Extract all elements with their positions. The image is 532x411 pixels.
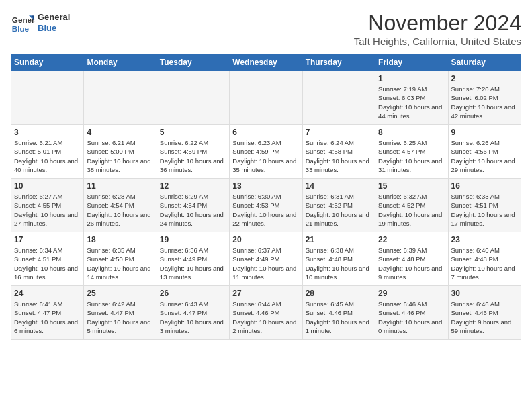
cell-info: Sunrise: 6:26 AMSunset: 4:56 PMDaylight:… <box>451 138 518 174</box>
header: General Blue General Blue November 2024 … <box>11 11 521 47</box>
cell-info: Sunrise: 6:23 AMSunset: 4:59 PMDaylight:… <box>232 138 299 174</box>
week-row-3: 10Sunrise: 6:27 AMSunset: 4:55 PMDayligh… <box>11 179 521 232</box>
day-number: 24 <box>14 289 81 298</box>
calendar-cell: 21Sunrise: 6:38 AMSunset: 4:48 PMDayligh… <box>302 232 375 286</box>
calendar-header: SundayMondayTuesdayWednesdayThursdayFrid… <box>11 54 521 71</box>
day-number: 25 <box>87 289 153 298</box>
day-number: 30 <box>451 289 518 298</box>
cell-info: Sunrise: 6:46 AMSunset: 4:46 PMDaylight:… <box>451 300 518 335</box>
header-cell-friday: Friday <box>375 54 448 71</box>
logo-text-line1: General <box>38 12 70 23</box>
day-number: 23 <box>451 235 518 244</box>
calendar-cell: 8Sunrise: 6:25 AMSunset: 4:57 PMDaylight… <box>375 125 448 179</box>
day-number: 11 <box>87 181 153 191</box>
day-number: 15 <box>378 181 445 191</box>
calendar-cell: 14Sunrise: 6:31 AMSunset: 4:52 PMDayligh… <box>302 179 375 232</box>
subtitle: Taft Heights, California, United States <box>354 36 521 47</box>
calendar-cell: 28Sunrise: 6:45 AMSunset: 4:46 PMDayligh… <box>302 286 375 340</box>
header-cell-tuesday: Tuesday <box>157 54 229 71</box>
cell-info: Sunrise: 6:37 AMSunset: 4:49 PMDaylight:… <box>232 246 299 281</box>
calendar-cell: 24Sunrise: 6:41 AMSunset: 4:47 PMDayligh… <box>11 286 84 340</box>
cell-info: Sunrise: 6:34 AMSunset: 4:51 PMDaylight:… <box>14 246 81 281</box>
calendar-cell: 22Sunrise: 6:39 AMSunset: 4:48 PMDayligh… <box>375 232 448 286</box>
svg-text:Blue: Blue <box>12 24 30 33</box>
cell-info: Sunrise: 6:31 AMSunset: 4:52 PMDaylight:… <box>306 192 372 228</box>
title-area: November 2024 Taft Heights, California, … <box>354 11 521 47</box>
calendar-cell: 9Sunrise: 6:26 AMSunset: 4:56 PMDaylight… <box>448 125 521 179</box>
logo-text-line2: Blue <box>38 23 70 34</box>
calendar-cell: 6Sunrise: 6:23 AMSunset: 4:59 PMDaylight… <box>230 125 302 179</box>
cell-info: Sunrise: 7:20 AMSunset: 6:02 PMDaylight:… <box>451 85 518 120</box>
cell-info: Sunrise: 6:33 AMSunset: 4:51 PMDaylight:… <box>451 192 518 228</box>
day-number: 3 <box>14 128 81 137</box>
day-number: 21 <box>306 235 372 244</box>
calendar-cell: 23Sunrise: 6:40 AMSunset: 4:48 PMDayligh… <box>448 232 521 286</box>
cell-info: Sunrise: 6:21 AMSunset: 5:01 PMDaylight:… <box>14 138 81 174</box>
calendar-cell: 15Sunrise: 6:32 AMSunset: 4:52 PMDayligh… <box>375 179 448 232</box>
calendar-cell: 25Sunrise: 6:42 AMSunset: 4:47 PMDayligh… <box>84 286 157 340</box>
day-number: 8 <box>378 128 445 137</box>
cell-info: Sunrise: 6:44 AMSunset: 4:46 PMDaylight:… <box>232 300 299 335</box>
day-number: 13 <box>232 181 299 191</box>
day-number: 26 <box>160 289 226 298</box>
calendar-cell: 12Sunrise: 6:29 AMSunset: 4:54 PMDayligh… <box>157 179 229 232</box>
calendar-cell: 11Sunrise: 6:28 AMSunset: 4:54 PMDayligh… <box>84 179 157 232</box>
day-number: 29 <box>378 289 445 298</box>
calendar-cell: 30Sunrise: 6:46 AMSunset: 4:46 PMDayligh… <box>448 286 521 340</box>
calendar-cell <box>84 71 157 125</box>
calendar-cell: 18Sunrise: 6:35 AMSunset: 4:50 PMDayligh… <box>84 232 157 286</box>
calendar-cell: 19Sunrise: 6:36 AMSunset: 4:49 PMDayligh… <box>157 232 229 286</box>
day-number: 12 <box>160 181 226 191</box>
day-number: 16 <box>451 181 518 191</box>
day-number: 7 <box>306 128 372 137</box>
logo-icon: General Blue <box>11 11 35 35</box>
cell-info: Sunrise: 6:28 AMSunset: 4:54 PMDaylight:… <box>87 192 153 228</box>
cell-info: Sunrise: 6:25 AMSunset: 4:57 PMDaylight:… <box>378 138 445 174</box>
header-cell-thursday: Thursday <box>302 54 375 71</box>
day-number: 5 <box>160 128 226 137</box>
day-number: 1 <box>378 74 445 83</box>
calendar-cell <box>157 71 229 125</box>
cell-info: Sunrise: 6:35 AMSunset: 4:50 PMDaylight:… <box>87 246 153 281</box>
day-number: 9 <box>451 128 518 137</box>
calendar-cell <box>230 71 302 125</box>
header-cell-sunday: Sunday <box>11 54 84 71</box>
cell-info: Sunrise: 7:19 AMSunset: 6:03 PMDaylight:… <box>378 85 445 120</box>
cell-info: Sunrise: 6:32 AMSunset: 4:52 PMDaylight:… <box>378 192 445 228</box>
day-number: 17 <box>14 235 81 244</box>
calendar-cell <box>302 71 375 125</box>
cell-info: Sunrise: 6:24 AMSunset: 4:58 PMDaylight:… <box>306 138 372 174</box>
cell-info: Sunrise: 6:46 AMSunset: 4:46 PMDaylight:… <box>378 300 445 335</box>
day-number: 28 <box>306 289 372 298</box>
week-row-5: 24Sunrise: 6:41 AMSunset: 4:47 PMDayligh… <box>11 286 521 340</box>
day-number: 2 <box>451 74 518 83</box>
day-number: 20 <box>232 235 299 244</box>
calendar-cell: 26Sunrise: 6:43 AMSunset: 4:47 PMDayligh… <box>157 286 229 340</box>
day-number: 6 <box>232 128 299 137</box>
day-number: 18 <box>87 235 153 244</box>
calendar-cell: 3Sunrise: 6:21 AMSunset: 5:01 PMDaylight… <box>11 125 84 179</box>
week-row-1: 1Sunrise: 7:19 AMSunset: 6:03 PMDaylight… <box>11 71 521 125</box>
day-number: 22 <box>378 235 445 244</box>
calendar-cell: 16Sunrise: 6:33 AMSunset: 4:51 PMDayligh… <box>448 179 521 232</box>
day-number: 4 <box>87 128 153 137</box>
calendar-cell: 1Sunrise: 7:19 AMSunset: 6:03 PMDaylight… <box>375 71 448 125</box>
cell-info: Sunrise: 6:45 AMSunset: 4:46 PMDaylight:… <box>306 300 372 335</box>
header-cell-saturday: Saturday <box>448 54 521 71</box>
day-number: 19 <box>160 235 226 244</box>
calendar-cell: 13Sunrise: 6:30 AMSunset: 4:53 PMDayligh… <box>230 179 302 232</box>
cell-info: Sunrise: 6:21 AMSunset: 5:00 PMDaylight:… <box>87 138 153 174</box>
header-cell-monday: Monday <box>84 54 157 71</box>
main-title: November 2024 <box>354 11 521 36</box>
calendar-table: SundayMondayTuesdayWednesdayThursdayFrid… <box>11 54 521 340</box>
calendar-cell: 27Sunrise: 6:44 AMSunset: 4:46 PMDayligh… <box>230 286 302 340</box>
header-row: SundayMondayTuesdayWednesdayThursdayFrid… <box>11 54 521 71</box>
cell-info: Sunrise: 6:39 AMSunset: 4:48 PMDaylight:… <box>378 246 445 281</box>
day-number: 27 <box>232 289 299 298</box>
week-row-2: 3Sunrise: 6:21 AMSunset: 5:01 PMDaylight… <box>11 125 521 179</box>
calendar-cell: 29Sunrise: 6:46 AMSunset: 4:46 PMDayligh… <box>375 286 448 340</box>
cell-info: Sunrise: 6:27 AMSunset: 4:55 PMDaylight:… <box>14 192 81 228</box>
header-cell-wednesday: Wednesday <box>230 54 302 71</box>
cell-info: Sunrise: 6:41 AMSunset: 4:47 PMDaylight:… <box>14 300 81 335</box>
calendar-cell <box>11 71 84 125</box>
